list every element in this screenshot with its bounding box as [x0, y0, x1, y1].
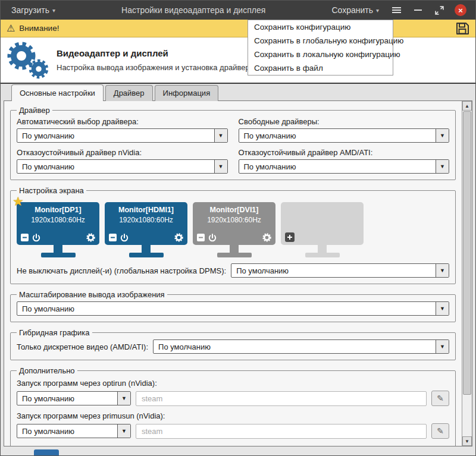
group-hybrid-legend: Гибридная графика: [17, 328, 92, 337]
scroll-down-button[interactable]: ▼: [462, 436, 472, 446]
main-menu-button[interactable]: [387, 3, 405, 17]
chevron-down-icon: ▼: [214, 129, 227, 142]
power-icon[interactable]: [120, 234, 129, 242]
menu-item-save-config[interactable]: Сохранить конфигурацию: [248, 20, 393, 34]
tearing-label: Исправить разрыв кадров (nVidia):: [17, 444, 141, 446]
menu-item-save-local-config[interactable]: Сохранить в локальную конфигурацию: [248, 48, 393, 61]
scroll-up-button[interactable]: ▲: [462, 101, 472, 111]
scrollbar-thumb[interactable]: [463, 111, 471, 395]
close-button[interactable]: ×: [452, 3, 469, 17]
group-extra: Дополнительно Запуск программ через opti…: [10, 366, 456, 446]
select-value: По умолчанию: [17, 427, 117, 436]
field-label-auto-driver: Автоматический выбор драйвера:: [17, 117, 228, 126]
gears-icon: [5, 40, 49, 80]
select-dpms[interactable]: По умолчанию ▼: [231, 263, 449, 278]
monitor-dvi1[interactable]: Monitor[DVI1] 1920x1080:60Hz: [193, 202, 275, 257]
pencil-icon: ✎: [437, 394, 444, 403]
close-icon: ×: [455, 4, 466, 16]
monitor-name: Monitor[DVI1]: [197, 206, 271, 214]
menu-item-save-global-config[interactable]: Сохранить в глобальную конфигурацию: [248, 34, 393, 48]
save-dropdown-menu: Сохранить конфигурацию Сохранить в глоба…: [248, 20, 393, 76]
dpms-label: Не выключать дисплей(-и) (глобальная нас…: [17, 266, 226, 275]
save-menu-button[interactable]: Сохранить ▾: [327, 5, 384, 15]
minus-icon[interactable]: [197, 234, 205, 241]
tab-main-settings[interactable]: Основные настройки: [11, 84, 104, 101]
select-failsafe-amd[interactable]: По умолчанию ▼: [239, 159, 450, 174]
primusun-apps-input[interactable]: [136, 424, 427, 439]
group-driver: Драйвер Автоматический выбор драйвера: П…: [10, 106, 456, 180]
save-menu-label: Сохранить: [331, 5, 373, 15]
group-scaling-legend: Масштабирование вывода изображения: [17, 290, 167, 299]
load-menu-label: Загрузить: [11, 5, 49, 15]
menu-item-save-to-file[interactable]: Сохранить в файл: [248, 61, 393, 75]
vertical-scrollbar[interactable]: ▲ ▼: [462, 101, 472, 446]
primusun-label: Запуск программ через primusun (nVidia):: [17, 411, 165, 420]
monitor-mode: 1920x1080:60Hz: [197, 216, 271, 224]
primusun-edit-button[interactable]: ✎: [431, 423, 449, 439]
monitor-mode: 1920x1080:60Hz: [109, 216, 183, 224]
minus-icon[interactable]: [21, 234, 29, 241]
titlebar: Загрузить ▾ Настройки видеоадаптера и ди…: [1, 1, 475, 20]
gear-icon[interactable]: [174, 233, 183, 242]
star-icon: ★: [12, 195, 24, 207]
select-value: По умолчанию: [239, 131, 436, 140]
group-screen: Настройка экрана ★ Monitor[DP1] 1920x108…: [10, 186, 456, 284]
power-icon[interactable]: [32, 234, 40, 242]
page-header: Видеоадаптер и дисплей Настройка вывода …: [1, 37, 475, 84]
field-label-failsafe-amd: Отказоустойчивый драйвер AMD/ATI:: [239, 148, 450, 157]
monitor-hdmi1[interactable]: Monitor[HDMI1] 1920x1080:60Hz: [105, 202, 187, 257]
gear-icon[interactable]: [262, 233, 271, 242]
hybrid-label: Только дискретное видео (AMD/ATI):: [17, 342, 148, 351]
select-value: По умолчанию: [231, 266, 436, 275]
hamburger-icon: [392, 6, 401, 14]
chevron-down-icon: ▼: [436, 264, 449, 277]
chevron-down-icon: ▼: [436, 340, 449, 353]
select-auto-driver[interactable]: По умолчанию ▼: [17, 128, 228, 143]
select-optirun[interactable]: По умолчанию ▼: [17, 391, 131, 405]
tab-information[interactable]: Информация: [155, 85, 219, 101]
power-icon[interactable]: [208, 234, 217, 242]
plus-icon[interactable]: [285, 232, 295, 242]
group-driver-legend: Драйвер: [17, 106, 52, 115]
maximize-button[interactable]: [430, 3, 448, 17]
field-label-failsafe-nvidia: Отказоустойчивый драйвер nVidia:: [17, 148, 228, 157]
warning-icon: ⚠: [7, 23, 15, 34]
select-value: По умолчанию: [239, 162, 436, 171]
minimize-button[interactable]: [409, 3, 427, 17]
load-menu-button[interactable]: Загрузить ▾: [7, 5, 60, 15]
warning-bar: ⚠ Внимание!: [1, 20, 475, 37]
field-label-free-drivers: Свободные драйверы:: [239, 117, 450, 126]
arrow-down-icon: ▼: [465, 439, 469, 444]
monitor-name: Monitor[HDMI1]: [109, 206, 183, 214]
minus-icon[interactable]: [109, 234, 117, 241]
expand-icon: [435, 6, 444, 15]
tab-driver[interactable]: Драйвер: [105, 85, 153, 101]
content-area: Драйвер Автоматический выбор драйвера: П…: [4, 100, 472, 446]
chevron-down-icon: ▼: [436, 302, 449, 315]
select-failsafe-nvidia[interactable]: По умолчанию ▼: [17, 159, 228, 174]
monitor-empty-slot[interactable]: [281, 202, 364, 257]
select-free-drivers[interactable]: По умолчанию ▼: [239, 128, 450, 143]
minimize-icon: [414, 10, 422, 11]
scrollbar-track[interactable]: [462, 111, 472, 436]
select-primusun[interactable]: По умолчанию ▼: [17, 424, 131, 438]
group-screen-legend: Настройка экрана: [17, 186, 86, 195]
optirun-apps-input[interactable]: [136, 391, 427, 406]
chevron-down-icon: ▼: [436, 129, 449, 142]
select-discrete-video[interactable]: По умолчанию ▼: [153, 339, 449, 354]
partially-visible-button[interactable]: [34, 449, 59, 455]
optirun-edit-button[interactable]: ✎: [431, 391, 449, 406]
gear-icon[interactable]: [86, 233, 95, 242]
optirun-label: Запуск программ через optirun (nVidia):: [17, 379, 157, 388]
select-value: По умолчанию: [17, 394, 117, 403]
select-value: По умолчанию: [17, 131, 214, 140]
bottom-strip: [1, 446, 475, 455]
settings-panel: Драйвер Автоматический выбор драйвера: П…: [4, 101, 462, 446]
monitor-dp1[interactable]: ★ Monitor[DP1] 1920x1080:60Hz: [17, 202, 99, 257]
pencil-icon: ✎: [437, 426, 444, 436]
select-value: По умолчанию: [17, 162, 214, 171]
chevron-down-icon: ▾: [376, 7, 379, 14]
save-icon[interactable]: [455, 21, 469, 36]
chevron-down-icon: ▾: [52, 7, 55, 14]
select-scaling[interactable]: По умолчанию ▼: [17, 301, 449, 316]
